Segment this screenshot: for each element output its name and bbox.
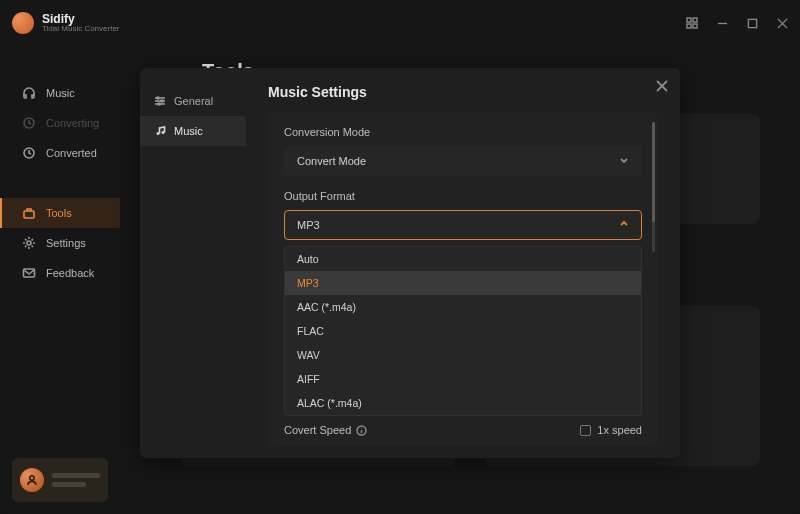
sidebar-item-label: Converted xyxy=(46,147,97,159)
info-icon[interactable] xyxy=(356,425,367,436)
scrollbar[interactable] xyxy=(652,122,655,252)
gear-icon xyxy=(22,236,36,250)
app-window: Sidify Tidal Music Converter xyxy=(0,0,800,514)
titlebar: Sidify Tidal Music Converter xyxy=(0,0,800,46)
window-controls xyxy=(686,17,788,29)
brand-text: Sidify Tidal Music Converter xyxy=(42,13,120,34)
modal-tab-music[interactable]: Music xyxy=(140,116,246,146)
svg-rect-0 xyxy=(687,18,691,22)
app-subtitle: Tidal Music Converter xyxy=(42,25,120,33)
settings-panel: Conversion Mode Convert Mode Output Form… xyxy=(268,112,658,446)
sidebar-item-label: Feedback xyxy=(46,267,94,279)
svg-rect-2 xyxy=(687,24,691,28)
modal-tab-label: General xyxy=(174,95,213,107)
sidebar-item-label: Converting xyxy=(46,117,99,129)
dropdown-option[interactable]: ALAC (*.m4a) xyxy=(285,391,641,415)
sidebar-item-tools[interactable]: Tools xyxy=(0,198,120,228)
toolbox-icon xyxy=(22,206,36,220)
dropdown-option[interactable]: WAV xyxy=(285,343,641,367)
sidebar-nav: Music Converting Converted Tools Se xyxy=(0,78,120,288)
sidebar-item-label: Music xyxy=(46,87,75,99)
minimize-button[interactable] xyxy=(716,17,728,29)
svg-point-13 xyxy=(30,476,34,480)
scrollbar-thumb[interactable] xyxy=(652,122,655,222)
brand-logo-icon xyxy=(12,12,34,34)
dropdown-option[interactable]: AAC (*.m4a) xyxy=(285,295,641,319)
sliders-icon xyxy=(154,95,166,107)
brand: Sidify Tidal Music Converter xyxy=(12,12,120,34)
checkbox-box xyxy=(580,425,591,436)
menu-grid-icon[interactable] xyxy=(686,17,698,29)
one-x-speed-checkbox[interactable]: 1x speed xyxy=(580,424,642,436)
select-value: Convert Mode xyxy=(297,155,366,167)
covert-speed-label: Covert Speed xyxy=(284,424,351,436)
covert-speed-row: Covert Speed 1x speed xyxy=(284,424,642,436)
output-format-label: Output Format xyxy=(284,190,642,202)
dropdown-option[interactable]: FLAC xyxy=(285,319,641,343)
converting-icon xyxy=(22,116,36,130)
checkbox-label: 1x speed xyxy=(597,424,642,436)
sidebar-item-label: Tools xyxy=(46,207,72,219)
modal-title: Music Settings xyxy=(268,84,658,100)
svg-rect-3 xyxy=(693,24,697,28)
close-button[interactable] xyxy=(776,17,788,29)
avatar-icon xyxy=(20,468,44,492)
sidebar-item-music[interactable]: Music xyxy=(0,78,120,108)
select-value: MP3 xyxy=(297,219,320,231)
svg-rect-10 xyxy=(24,211,34,218)
svg-point-24 xyxy=(361,427,362,428)
dropdown-option[interactable]: Auto xyxy=(285,247,641,271)
chevron-down-icon xyxy=(619,155,629,167)
svg-rect-1 xyxy=(693,18,697,22)
modal-tab-general[interactable]: General xyxy=(140,86,246,116)
conversion-mode-label: Conversion Mode xyxy=(284,126,642,138)
modal-tab-label: Music xyxy=(174,125,203,137)
user-placeholder xyxy=(52,473,100,487)
sidebar-item-feedback[interactable]: Feedback xyxy=(0,258,120,288)
output-format-dropdown: Auto MP3 AAC (*.m4a) FLAC WAV AIFF ALAC … xyxy=(284,246,642,416)
settings-modal: General Music Music Settings Conversion … xyxy=(140,68,680,458)
user-box[interactable] xyxy=(12,458,108,502)
mail-icon xyxy=(22,266,36,280)
output-format-select[interactable]: MP3 xyxy=(284,210,642,240)
svg-rect-5 xyxy=(748,19,756,27)
music-note-icon xyxy=(154,125,166,137)
sidebar-item-settings[interactable]: Settings xyxy=(0,228,120,258)
sidebar: Music Converting Converted Tools Se xyxy=(0,46,120,514)
chevron-up-icon xyxy=(619,219,629,231)
sidebar-item-converted[interactable]: Converted xyxy=(0,138,120,168)
conversion-mode-select[interactable]: Convert Mode xyxy=(284,146,642,176)
clock-icon xyxy=(22,146,36,160)
headphones-icon xyxy=(22,86,36,100)
sidebar-item-converting[interactable]: Converting xyxy=(0,108,120,138)
modal-content: Music Settings Conversion Mode Convert M… xyxy=(246,68,680,458)
maximize-button[interactable] xyxy=(746,17,758,29)
svg-point-11 xyxy=(27,241,31,245)
sidebar-item-label: Settings xyxy=(46,237,86,249)
modal-sidebar: General Music xyxy=(140,68,246,458)
dropdown-option[interactable]: MP3 xyxy=(285,271,641,295)
dropdown-option[interactable]: AIFF xyxy=(285,367,641,391)
